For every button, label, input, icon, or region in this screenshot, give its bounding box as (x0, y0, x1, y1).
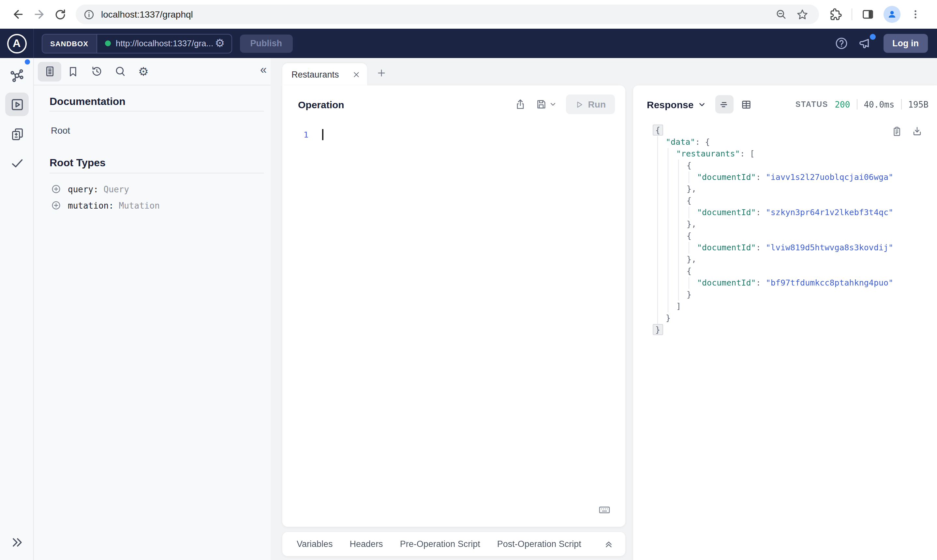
site-info-icon[interactable] (83, 9, 95, 20)
raw-view-icon[interactable] (715, 95, 733, 114)
collapse-sidebar-icon[interactable]: « (260, 63, 267, 77)
response-time: 40.0ms (864, 99, 894, 109)
search-icon[interactable] (108, 62, 132, 81)
back-icon[interactable] (8, 4, 29, 25)
save-button[interactable] (535, 98, 557, 110)
operation-panel: Operation Run 1 (282, 85, 625, 527)
bookmark-star-icon[interactable] (796, 8, 809, 20)
divider (49, 173, 264, 174)
root-link[interactable]: Root (51, 125, 70, 135)
save-chevron-icon (549, 100, 557, 108)
profile-avatar[interactable] (883, 6, 900, 23)
sandbox-badge: SANDBOX (42, 34, 97, 52)
saved-operations-icon[interactable] (61, 62, 85, 81)
expand-panel-icon[interactable] (604, 539, 614, 549)
announcements-icon[interactable] (859, 36, 873, 51)
checks-icon[interactable] (0, 156, 34, 171)
json-line: { (633, 125, 937, 136)
help-icon[interactable] (834, 37, 848, 50)
browser-menu-icon[interactable] (909, 8, 922, 20)
tab-headers[interactable]: Headers (350, 539, 383, 549)
new-tab-icon[interactable] (373, 65, 390, 82)
add-field-icon[interactable] (51, 200, 61, 211)
extensions-icon[interactable] (829, 8, 842, 21)
explorer-icon[interactable] (0, 97, 34, 112)
expand-rail-icon[interactable] (0, 535, 34, 549)
indent-guide (689, 277, 689, 289)
screen: localhost:1337/graphql (0, 0, 937, 560)
schema-graph-icon[interactable] (0, 67, 34, 84)
sidebar-icon-row: ⚙ « (34, 58, 271, 85)
tab-label: Restaurants (291, 69, 352, 79)
add-field-icon[interactable] (51, 184, 61, 194)
schema-diff-icon[interactable] (0, 126, 34, 142)
divider (901, 99, 902, 109)
url-text[interactable]: localhost:1337/graphql (101, 9, 775, 20)
indent-guide (657, 136, 658, 324)
connection-status-dot (105, 40, 111, 46)
mutation-type[interactable]: Mutation (119, 200, 160, 210)
indent-guide (689, 171, 689, 183)
keyboard-shortcuts-icon[interactable] (598, 503, 611, 516)
root-type-mutation[interactable]: mutation: Mutation (51, 200, 160, 211)
apollo-header: A SANDBOX http://localhost:1337/gra... ⚙… (0, 29, 937, 58)
toolbar-divider (852, 8, 852, 20)
notification-dot (869, 34, 875, 40)
zoom-out-icon[interactable] (775, 8, 787, 20)
query-type[interactable]: Query (104, 184, 129, 194)
chevron-down-icon (697, 100, 706, 109)
line-number: 1 (282, 129, 308, 141)
documentation-title: Documentation (49, 96, 126, 108)
tab-restaurants[interactable]: Restaurants (282, 63, 367, 85)
settings-icon[interactable]: ⚙ (132, 62, 155, 81)
indent-guide (689, 207, 689, 218)
browser-toolbar: localhost:1337/graphql (0, 0, 937, 29)
endpoint-url[interactable]: http://localhost:1337/gra... (116, 38, 214, 48)
tab-variables[interactable]: Variables (297, 539, 333, 549)
address-bar[interactable]: localhost:1337/graphql (75, 5, 819, 24)
app-body: ⚙ « Documentation Root Root Types query:… (0, 58, 937, 560)
json-line: ] (633, 300, 937, 312)
divider (49, 111, 264, 111)
forward-icon[interactable] (29, 4, 49, 25)
endpoint-box[interactable]: SANDBOX http://localhost:1337/gra... ⚙ (42, 34, 232, 53)
play-icon (575, 100, 583, 109)
operation-bottom-bar: Variables Headers Pre-Operation Script P… (282, 532, 625, 556)
root-type-query[interactable]: query: Query (51, 184, 129, 194)
documentation-sidebar: ⚙ « Documentation Root Root Types query:… (34, 58, 271, 560)
history-icon[interactable] (85, 62, 108, 81)
login-button[interactable]: Log in (883, 34, 928, 53)
table-view-icon[interactable] (737, 95, 755, 114)
tab-pre-operation-script[interactable]: Pre-Operation Script (400, 539, 480, 549)
tab-post-operation-script[interactable]: Post-Operation Script (497, 539, 581, 549)
response-size: 195B (908, 99, 929, 109)
schema-notification-dot (25, 59, 30, 65)
text-cursor (322, 129, 323, 140)
tab-close-icon[interactable] (352, 70, 361, 78)
divider (857, 99, 857, 109)
operation-editor[interactable]: 1 (282, 129, 625, 141)
json-line: "restaurants": [ (633, 148, 937, 160)
query-keyword: query: (68, 184, 98, 194)
json-line: } (633, 312, 937, 324)
json-line: "data": { (633, 136, 937, 148)
left-rail (0, 58, 34, 560)
endpoint-settings-icon[interactable]: ⚙ (214, 38, 231, 49)
documentation-tab-icon[interactable] (38, 62, 61, 81)
status-label: STATUS (795, 100, 828, 108)
apollo-logo[interactable]: A (0, 29, 34, 58)
status-code: 200 (835, 99, 850, 109)
reload-icon[interactable] (49, 4, 71, 25)
side-panel-icon[interactable] (862, 8, 874, 21)
indent-guide (668, 148, 668, 312)
json-line: } (633, 324, 937, 336)
publish-button[interactable]: Publish (240, 34, 293, 52)
root-types-title: Root Types (49, 157, 106, 169)
response-dropdown[interactable]: Response (647, 99, 706, 110)
indent-guide (689, 242, 689, 254)
run-button[interactable]: Run (566, 95, 615, 114)
response-json-code: {"data": {"restaurants": [{"documentId":… (633, 125, 937, 336)
share-icon[interactable] (514, 98, 526, 110)
operation-title: Operation (298, 99, 344, 110)
apollo-logo-letter: A (13, 37, 21, 50)
